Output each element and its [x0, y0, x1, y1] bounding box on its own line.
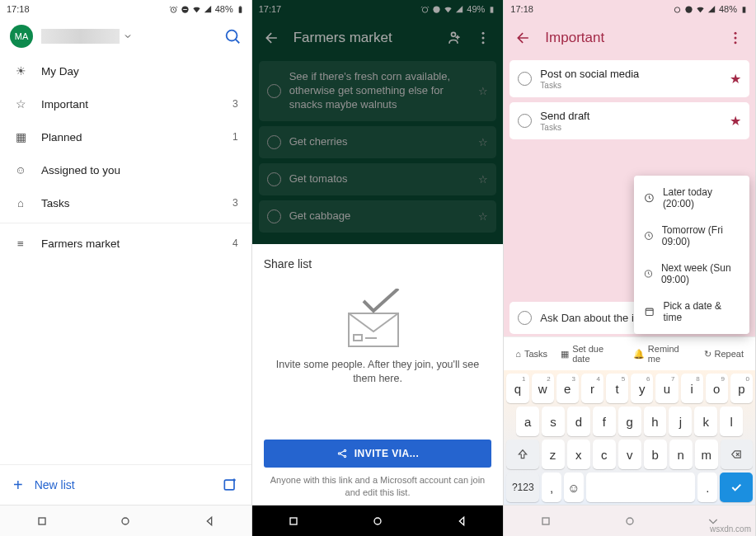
smartlist-assigned[interactable]: ☺Assigned to you — [0, 153, 251, 186]
nav-back-icon[interactable] — [203, 515, 216, 528]
popup-tomorrow[interactable]: Tomorrow (Fri 09:00) — [634, 217, 749, 255]
nav-recents-icon[interactable] — [539, 515, 552, 528]
svg-point-5 — [226, 31, 237, 41]
key-i[interactable]: i8 — [681, 374, 703, 403]
key-numbers[interactable]: ?123 — [506, 473, 539, 502]
key-k[interactable]: k — [694, 407, 717, 436]
key-n[interactable]: n — [669, 440, 693, 469]
person-icon: ☺ — [13, 162, 28, 177]
screen-lists: 17:18 48% MA ☀My Day ☆Important3 ▦Planne… — [0, 0, 252, 536]
smartlist-tasks[interactable]: ⌂Tasks3 — [0, 186, 251, 219]
key-backspace[interactable] — [721, 440, 753, 469]
smartlist-important[interactable]: ☆Important3 — [0, 87, 251, 120]
new-group-icon[interactable] — [222, 477, 238, 493]
star-icon[interactable]: ☆ — [478, 85, 488, 97]
checkbox-icon[interactable] — [267, 84, 281, 98]
screen-share-list: 17:17 49% Farmers market See if there's … — [252, 0, 505, 536]
more-icon[interactable] — [727, 30, 744, 46]
checkbox-icon[interactable] — [518, 114, 532, 128]
repeat-icon: ↻ — [704, 349, 711, 360]
checkbox-icon[interactable] — [267, 209, 281, 223]
key-b[interactable]: b — [644, 440, 667, 469]
key-s[interactable]: s — [542, 407, 565, 436]
svg-point-27 — [735, 41, 737, 44]
key-v[interactable]: v — [618, 440, 641, 469]
tool-remind[interactable]: 🔔Remind me — [627, 344, 697, 364]
key-q[interactable]: q1 — [506, 374, 528, 403]
checkbox-icon[interactable] — [267, 172, 281, 186]
key-period[interactable]: . — [697, 473, 717, 502]
status-icons: 48% — [169, 4, 245, 14]
list-farmers-market[interactable]: ≡Farmers market4 — [0, 227, 251, 260]
avatar[interactable]: MA — [10, 25, 33, 48]
checkbox-icon[interactable] — [518, 72, 532, 86]
nav-recents-icon[interactable] — [287, 515, 300, 528]
smartlist-planned[interactable]: ▦Planned1 — [0, 120, 251, 153]
tool-repeat[interactable]: ↻Repeat — [697, 349, 750, 360]
key-y[interactable]: y6 — [631, 374, 653, 403]
key-x[interactable]: x — [567, 440, 590, 469]
star-icon[interactable]: ☆ — [478, 136, 488, 148]
account-name[interactable] — [41, 29, 215, 44]
key-shift[interactable] — [506, 440, 538, 469]
popup-later-today[interactable]: Later today (20:00) — [634, 179, 749, 217]
star-icon[interactable]: ☆ — [478, 210, 488, 223]
popup-nextweek[interactable]: Next week (Sun 09:00) — [634, 255, 749, 293]
back-arrow-icon[interactable] — [515, 30, 532, 46]
tool-tasks[interactable]: ⌂Tasks — [509, 349, 554, 359]
invite-via-button[interactable]: INVITE VIA... — [264, 440, 492, 468]
key-g[interactable]: g — [618, 407, 641, 436]
task-item[interactable]: Get cabbage☆ — [259, 200, 497, 233]
key-w[interactable]: w2 — [532, 374, 554, 403]
popup-pickdate[interactable]: Pick a date & time — [634, 293, 749, 331]
key-space[interactable] — [586, 473, 696, 502]
key-d[interactable]: d — [567, 407, 590, 436]
task-item[interactable]: Post on social mediaTasks ★ — [509, 60, 749, 97]
nav-home-icon[interactable] — [623, 515, 636, 528]
nav-home-icon[interactable] — [119, 515, 132, 528]
nav-home-icon[interactable] — [371, 515, 384, 528]
task-item[interactable]: Send draftTasks ★ — [509, 102, 749, 139]
nav-back-icon[interactable] — [455, 515, 468, 528]
task-item[interactable]: See if there's fresh corn available, oth… — [259, 61, 497, 121]
back-arrow-icon[interactable] — [264, 30, 280, 46]
key-p[interactable]: p0 — [730, 374, 753, 403]
key-e[interactable]: e3 — [556, 374, 579, 403]
status-bar: 17:18 48% — [0, 0, 251, 18]
tool-due-date[interactable]: ▦Set due date — [554, 344, 627, 364]
new-list-button[interactable]: New list — [35, 478, 75, 491]
key-z[interactable]: z — [542, 440, 565, 469]
key-r[interactable]: r4 — [581, 374, 603, 403]
check-icon — [730, 481, 743, 494]
star-icon[interactable]: ★ — [730, 113, 741, 129]
plus-icon[interactable]: + — [13, 477, 23, 493]
nav-recents-icon[interactable] — [35, 515, 49, 528]
smart-lists: ☀My Day ☆Important3 ▦Planned1 ☺Assigned … — [0, 54, 251, 464]
key-l[interactable]: l — [720, 407, 743, 436]
checkbox-icon[interactable] — [518, 311, 532, 325]
star-icon[interactable]: ☆ — [478, 173, 488, 186]
key-a[interactable]: a — [516, 407, 539, 436]
key-o[interactable]: o9 — [706, 374, 728, 403]
share-icon[interactable] — [445, 30, 462, 46]
key-c[interactable]: c — [593, 440, 616, 469]
key-emoji[interactable]: ☺ — [564, 473, 584, 502]
star-icon[interactable]: ★ — [730, 71, 741, 87]
search-icon[interactable] — [223, 27, 242, 45]
key-h[interactable]: h — [644, 407, 667, 436]
key-comma[interactable]: , — [542, 473, 561, 502]
sun-icon: ☀ — [13, 63, 28, 78]
checkbox-icon[interactable] — [267, 135, 281, 149]
key-f[interactable]: f — [593, 407, 616, 436]
key-t[interactable]: t5 — [606, 374, 628, 403]
task-item[interactable]: Get cherries☆ — [259, 126, 497, 158]
task-item[interactable]: Get tomatos☆ — [259, 163, 497, 195]
more-icon[interactable] — [475, 30, 491, 46]
key-m[interactable]: m — [695, 440, 718, 469]
key-j[interactable]: j — [669, 407, 692, 436]
key-u[interactable]: u7 — [655, 374, 678, 403]
key-enter[interactable] — [720, 473, 753, 502]
smartlist-myday[interactable]: ☀My Day — [0, 54, 251, 87]
clock: 17:17 — [259, 4, 282, 14]
account-header[interactable]: MA — [0, 18, 251, 54]
